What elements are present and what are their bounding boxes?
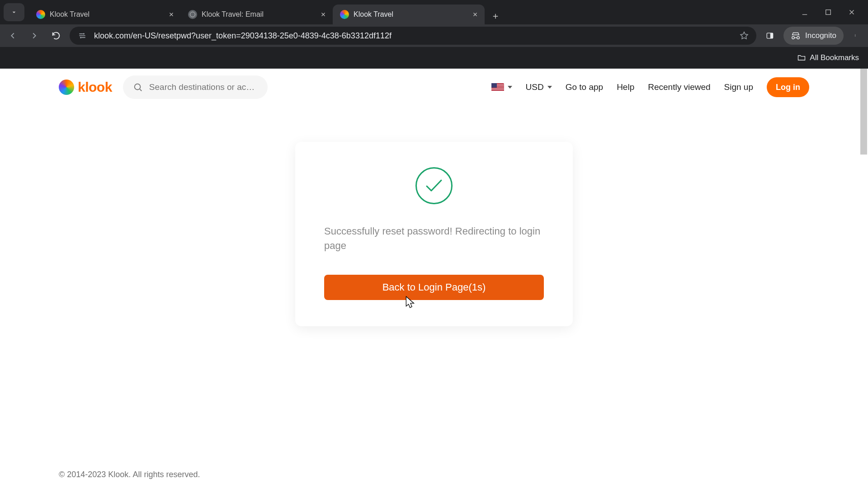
header-nav: USD Go to app Help Recently viewed Sign … [491, 77, 809, 97]
chevron-down-icon [10, 9, 18, 16]
maximize-icon [824, 8, 832, 16]
arrow-right-icon [29, 31, 39, 41]
svg-point-7 [855, 36, 855, 37]
browser-titlebar: Klook Travel Klook Travel: Email Klook T… [0, 0, 868, 24]
caret-down-icon [508, 86, 512, 89]
nav-reload-button[interactable] [48, 28, 64, 44]
url-text: klook.com/en-US/resetpwd?user_token=2903… [94, 31, 733, 41]
site-footer: © 2014-2023 Klook. All rights reserved. [0, 461, 868, 488]
close-icon [168, 11, 175, 18]
page-viewport: klook Search destinations or ac… USD Go … [0, 69, 868, 488]
reload-icon [51, 31, 61, 41]
tab-title: Klook Travel [354, 10, 467, 19]
panel-icon [765, 31, 774, 40]
minimize-icon [801, 8, 809, 16]
success-card: Successfully reset password! Redirecting… [295, 142, 573, 326]
window-controls [799, 7, 864, 18]
svg-point-2 [80, 37, 81, 38]
address-bar: klook.com/en-US/resetpwd?user_token=2903… [0, 24, 868, 47]
svg-point-1 [83, 33, 85, 34]
success-check-icon [415, 167, 453, 204]
login-button[interactable]: Log in [767, 77, 809, 97]
folder-icon [797, 53, 806, 62]
currency-label: USD [526, 82, 544, 92]
logo-mark-icon [59, 80, 74, 95]
omnibox[interactable]: klook.com/en-US/resetpwd?user_token=2903… [70, 27, 756, 45]
svg-rect-4 [770, 33, 773, 38]
logo-wordmark: klook [78, 80, 112, 95]
nav-sign-up[interactable]: Sign up [724, 82, 753, 92]
star-icon [739, 31, 749, 41]
nav-help[interactable]: Help [617, 82, 634, 92]
plus-icon [491, 12, 500, 20]
browser-menu-button[interactable] [849, 28, 863, 44]
tab-strip: Klook Travel Klook Travel: Email Klook T… [29, 0, 504, 24]
search-placeholder: Search destinations or ac… [149, 82, 255, 92]
tab-title: Klook Travel: Email [202, 10, 315, 19]
tune-icon [78, 31, 87, 40]
all-bookmarks-label: All Bookmarks [810, 53, 859, 62]
arrow-left-icon [8, 31, 18, 41]
caret-down-icon [547, 86, 552, 89]
close-icon [320, 11, 326, 18]
search-icon [133, 82, 143, 92]
site-header: klook Search destinations or ac… USD Go … [0, 69, 868, 106]
copyright-text: © 2014-2023 Klook. All rights reserved. [59, 470, 200, 479]
back-to-login-button[interactable]: Back to Login Page(1s) [324, 275, 544, 300]
flag-us-icon [491, 83, 504, 92]
svg-point-6 [855, 35, 855, 36]
new-tab-button[interactable] [487, 8, 504, 24]
favicon-klook-icon [36, 10, 45, 19]
tab-search-button[interactable] [4, 3, 24, 21]
incognito-label: Incognito [805, 31, 836, 40]
tab-title: Klook Travel [50, 10, 163, 19]
kebab-icon [855, 31, 858, 40]
nav-go-to-app[interactable]: Go to app [566, 82, 603, 92]
window-close-button[interactable] [846, 7, 857, 18]
window-minimize-button[interactable] [799, 7, 810, 18]
window-maximize-button[interactable] [823, 7, 834, 18]
tab-close-button[interactable] [471, 10, 479, 19]
nav-forward-button[interactable] [26, 28, 42, 44]
cta-label: Back to Login Page(1s) [382, 282, 486, 293]
tab-close-button[interactable] [319, 10, 327, 19]
vertical-scrollbar[interactable] [860, 69, 867, 488]
scrollbar-thumb[interactable] [860, 69, 867, 155]
side-panel-button[interactable] [762, 28, 778, 44]
site-info-button[interactable] [77, 30, 88, 41]
nav-recently-viewed[interactable]: Recently viewed [648, 82, 710, 92]
favicon-globe-icon [188, 10, 197, 19]
tab-close-button[interactable] [167, 10, 175, 19]
bookmarks-bar: All Bookmarks [0, 47, 868, 69]
svg-point-5 [855, 34, 855, 35]
close-icon [848, 8, 856, 16]
favicon-klook-icon [340, 10, 349, 19]
incognito-icon [791, 31, 801, 41]
tab-1[interactable]: Klook Travel [29, 5, 181, 24]
svg-rect-0 [826, 10, 831, 15]
close-icon [472, 11, 478, 18]
incognito-chip[interactable]: Incognito [783, 27, 844, 45]
success-message: Successfully reset password! Redirecting… [324, 224, 544, 253]
svg-point-8 [135, 84, 141, 90]
login-label: Log in [776, 83, 800, 92]
bookmark-star-button[interactable] [739, 31, 749, 41]
tab-3-active[interactable]: Klook Travel [333, 5, 485, 24]
tab-2[interactable]: Klook Travel: Email [181, 5, 333, 24]
nav-back-button[interactable] [5, 28, 21, 44]
content-area: Successfully reset password! Redirecting… [0, 106, 868, 461]
language-selector[interactable] [491, 83, 512, 92]
currency-selector[interactable]: USD [526, 82, 552, 92]
all-bookmarks-button[interactable]: All Bookmarks [797, 53, 859, 62]
site-search[interactable]: Search destinations or ac… [123, 75, 268, 99]
site-logo[interactable]: klook [59, 80, 112, 95]
